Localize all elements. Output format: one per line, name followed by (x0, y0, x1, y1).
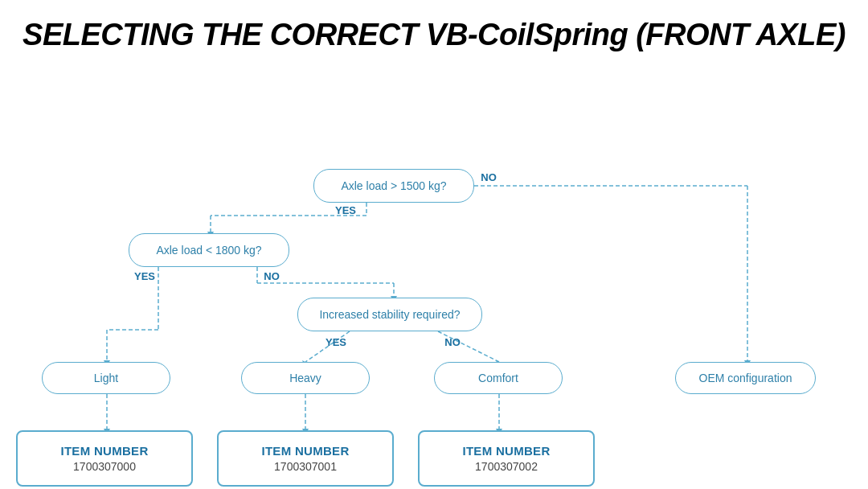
svg-text:YES: YES (134, 270, 155, 282)
light-node: Light (42, 362, 170, 394)
svg-text:NO: NO (264, 270, 280, 282)
item-number-2: 1700307002 (475, 460, 538, 473)
oem-node: OEM configuration (675, 362, 816, 394)
item-number-0: 1700307000 (73, 460, 136, 473)
item-label-2: ITEM NUMBER (462, 444, 550, 458)
q1-node: Axle load > 1500 kg? (313, 169, 474, 203)
svg-text:YES: YES (326, 336, 346, 348)
item-box-0: ITEM NUMBER 1700307000 (16, 430, 193, 487)
diagram-svg: YES NO YES NO YES NO (0, 64, 868, 466)
item-label-1: ITEM NUMBER (261, 444, 349, 458)
item-label-0: ITEM NUMBER (60, 444, 148, 458)
diagram-area: YES NO YES NO YES NO Axle load > 1500 kg… (0, 64, 868, 466)
item-box-1: ITEM NUMBER 1700307001 (217, 430, 394, 487)
svg-text:YES: YES (335, 204, 356, 216)
comfort-node: Comfort (434, 362, 563, 394)
svg-text:NO: NO (481, 171, 497, 183)
page-title: SELECTING THE CORRECT VB-CoilSpring (FRO… (0, 0, 868, 60)
heavy-node: Heavy (241, 362, 370, 394)
item-box-2: ITEM NUMBER 1700307002 (418, 430, 595, 487)
q3-node: Increased stability required? (297, 298, 482, 331)
item-number-1: 1700307001 (274, 460, 337, 473)
q2-node: Axle load < 1800 kg? (129, 233, 289, 267)
svg-text:NO: NO (444, 336, 461, 348)
